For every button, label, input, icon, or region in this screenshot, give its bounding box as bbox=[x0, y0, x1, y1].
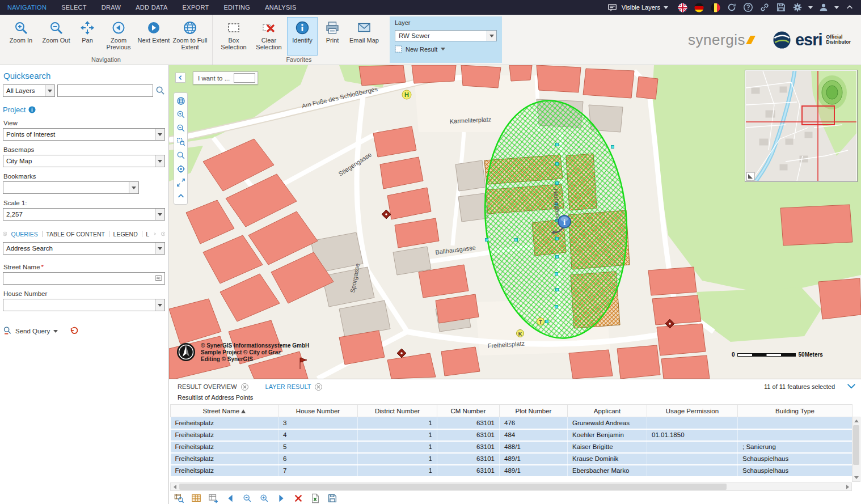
scroll-up-icon[interactable] bbox=[852, 417, 860, 425]
clear-selection-button[interactable]: Clear Selection bbox=[252, 17, 286, 56]
horizontal-scrollbar[interactable] bbox=[170, 482, 852, 491]
identify-button[interactable]: Identify bbox=[287, 17, 318, 56]
export-excel-icon[interactable] bbox=[310, 493, 321, 504]
table-row[interactable]: Freiheitsplatz3 163101 476Grunewald Andr… bbox=[171, 417, 852, 429]
gear-icon[interactable] bbox=[792, 2, 803, 13]
map-collapse-up-icon[interactable] bbox=[175, 189, 187, 203]
column-header-district[interactable]: District Number bbox=[358, 405, 437, 417]
menu-analysis[interactable]: ANALYSIS bbox=[258, 0, 303, 15]
menu-navigation[interactable]: NAVIGATION bbox=[0, 0, 54, 15]
print-button[interactable]: Print bbox=[319, 17, 346, 56]
table-row[interactable]: Freiheitsplatz5 163101 488/1Kaiser Brigi… bbox=[171, 441, 852, 453]
column-header-plot[interactable]: Plot Number bbox=[500, 405, 568, 417]
i-want-to-input[interactable] bbox=[234, 73, 255, 83]
previous-result-icon[interactable] bbox=[225, 493, 236, 504]
search-icon[interactable] bbox=[155, 86, 165, 96]
flag-uk-icon[interactable] bbox=[677, 2, 688, 13]
column-header-street[interactable]: Street Name bbox=[171, 405, 278, 417]
zoom-full-extent-button[interactable]: Zoom to Full Extent bbox=[172, 17, 208, 56]
result-table-icon[interactable] bbox=[191, 493, 202, 504]
email-map-button[interactable]: Email Map bbox=[347, 17, 381, 56]
tab-truncated[interactable]: L bbox=[146, 231, 149, 238]
column-header-cm[interactable]: CM Number bbox=[437, 405, 500, 417]
map-expand-icon[interactable] bbox=[175, 176, 187, 189]
close-icon[interactable] bbox=[315, 383, 322, 391]
remove-results-icon[interactable] bbox=[293, 493, 304, 504]
column-header-house[interactable]: House Number bbox=[278, 405, 358, 417]
street-name-input[interactable] bbox=[3, 272, 165, 285]
tabs-scroll-left-icon[interactable] bbox=[3, 230, 7, 238]
column-header-applicant[interactable]: Applicant bbox=[568, 405, 647, 417]
query-type-select[interactable]: Address Search bbox=[3, 242, 165, 255]
send-query-chevron-icon[interactable] bbox=[53, 330, 58, 333]
pan-button[interactable]: Pan bbox=[74, 17, 100, 56]
link-icon[interactable] bbox=[759, 2, 770, 13]
map-zoom-out-icon[interactable] bbox=[175, 121, 187, 135]
table-row[interactable]: Freiheitsplatz7 163101 489/1Ebersbacher … bbox=[171, 465, 852, 477]
column-header-building[interactable]: Building Type bbox=[738, 405, 852, 417]
zoom-in-button[interactable]: Zoom In bbox=[4, 17, 38, 56]
menu-add-data[interactable]: ADD DATA bbox=[128, 0, 175, 15]
map-zoom-extent-icon[interactable] bbox=[175, 149, 187, 162]
next-result-icon[interactable] bbox=[276, 493, 287, 504]
zoom-next-result-icon[interactable] bbox=[259, 493, 270, 504]
map-globe-icon[interactable] bbox=[175, 94, 187, 108]
tab-queries[interactable]: QUERIES bbox=[11, 231, 37, 238]
overview-map[interactable] bbox=[745, 70, 858, 182]
flag-germany-icon[interactable] bbox=[693, 2, 704, 13]
history-icon[interactable] bbox=[726, 2, 737, 13]
save-icon[interactable] bbox=[775, 2, 787, 13]
send-query-button[interactable]: Send Query bbox=[15, 328, 50, 334]
gear-chevron-icon[interactable] bbox=[808, 6, 813, 9]
zoom-out-button[interactable]: Zoom Out bbox=[39, 17, 73, 56]
collapse-results-icon[interactable] bbox=[846, 383, 856, 391]
next-extent-button[interactable]: Next Extent bbox=[137, 17, 171, 56]
scrollbar-thumb[interactable] bbox=[853, 425, 859, 465]
input-helper-icon[interactable] bbox=[155, 275, 162, 282]
tabs-overflow-icon[interactable] bbox=[161, 230, 165, 238]
user-chevron-icon[interactable] bbox=[834, 6, 839, 9]
tab-result-overview[interactable]: RESULT OVERVIEW bbox=[178, 383, 248, 391]
quicksearch-layer-select[interactable]: All Layers bbox=[3, 84, 55, 97]
tab-layer-result[interactable]: LAYER RESULT bbox=[265, 383, 323, 391]
transfer-results-icon[interactable] bbox=[208, 493, 219, 504]
info-icon[interactable] bbox=[28, 106, 36, 113]
quicksearch-input[interactable] bbox=[57, 84, 153, 97]
column-header-usage[interactable]: Usage Permission bbox=[647, 405, 738, 417]
menu-select[interactable]: SELECT bbox=[54, 0, 94, 15]
i-want-to-search[interactable]: I want to ... bbox=[193, 71, 258, 84]
tabs-scroll-right-icon[interactable] bbox=[153, 231, 157, 237]
tab-legend[interactable]: LEGEND bbox=[113, 231, 138, 238]
user-icon[interactable] bbox=[818, 2, 829, 13]
help-icon[interactable] bbox=[742, 2, 754, 13]
scrollbar-thumb[interactable] bbox=[179, 484, 727, 490]
layer-select[interactable]: RW Sewer bbox=[395, 30, 497, 41]
zoom-previous-button[interactable]: Zoom Previous bbox=[102, 17, 136, 56]
table-row[interactable]: Freiheitsplatz4 163101 484Koehler Benjam… bbox=[171, 429, 852, 441]
map-center-icon[interactable] bbox=[175, 162, 187, 176]
zoom-to-results-icon[interactable] bbox=[174, 493, 185, 504]
layer-select-button[interactable] bbox=[487, 31, 496, 41]
tab-table-of-content[interactable]: TABLE OF CONTENT bbox=[46, 231, 105, 238]
visible-layers-button[interactable]: Visible Layers bbox=[607, 2, 668, 13]
basemap-select[interactable]: City Map bbox=[3, 155, 165, 167]
menu-draw[interactable]: DRAW bbox=[94, 0, 128, 15]
scroll-left-icon[interactable] bbox=[171, 483, 179, 490]
map-zoom-window-icon[interactable] bbox=[175, 135, 187, 149]
reset-query-icon[interactable] bbox=[69, 327, 78, 336]
map-view[interactable]: Am Fuße des Schloßberges Karmeliterplatz… bbox=[169, 65, 861, 379]
scale-select[interactable]: 2,257 bbox=[3, 208, 165, 221]
collapse-ribbon-icon[interactable] bbox=[844, 2, 855, 13]
map-toolbar-collapse-button[interactable] bbox=[175, 73, 185, 83]
close-icon[interactable] bbox=[241, 383, 248, 391]
new-result-control[interactable]: New Result bbox=[395, 45, 497, 53]
vertical-scrollbar[interactable] bbox=[852, 417, 860, 482]
box-selection-button[interactable]: Box Selection bbox=[217, 17, 251, 56]
save-results-icon[interactable] bbox=[327, 493, 338, 504]
house-number-select[interactable] bbox=[3, 299, 165, 311]
table-row[interactable]: Freiheitsplatz6 163101 489/1Krause Domin… bbox=[171, 453, 852, 465]
scroll-down-icon[interactable] bbox=[852, 474, 860, 481]
bookmarks-select[interactable] bbox=[3, 181, 139, 194]
menu-export[interactable]: EXPORT bbox=[175, 0, 217, 15]
flag-belgium-icon[interactable] bbox=[710, 2, 721, 13]
